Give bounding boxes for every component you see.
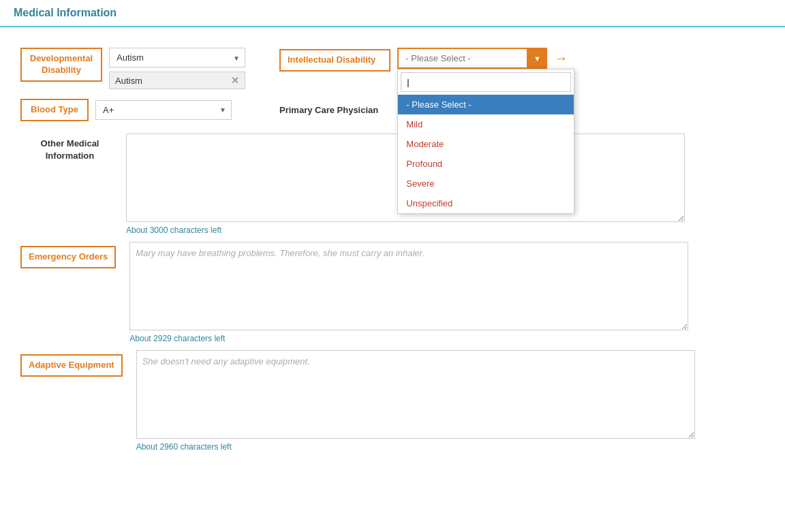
adaptive-equipment-row: Adaptive Equipment She doesn't need any … [20,350,765,452]
emergency-orders-textarea[interactable]: Mary may have breathing problems. Theref… [129,242,688,330]
other-medical-label: Other Medical Information [20,134,126,162]
dev-disability-col: Developmental Disability AutismADHDDown … [20,48,279,89]
intellectual-disability-search[interactable] [401,72,571,92]
emergency-orders-char-count: About 2929 characters left [129,334,688,343]
intellectual-disability-dropdown-container: ▼ - Please Select - Mild Moderate Profou… [397,48,547,69]
form-area: Developmental Disability AutismADHDDown … [0,41,785,468]
blood-row: Blood Type A+ A- B+ B- AB+ AB- O+ O- ▼ [20,99,765,121]
adaptive-equipment-label-wrapper: Adaptive Equipment [20,350,136,377]
primary-care-label: Primary Care Physician [279,105,388,115]
intellectual-disability-col: Intellectual Disability ▼ [279,48,765,72]
other-medical-row: Other Medical Information About 3000 cha… [20,134,765,235]
dev-disability-select-wrapper: AutismADHDDown Syndrome ▼ [109,48,245,67]
option-profound[interactable]: Profound [398,154,574,174]
dev-disability-tag: Autism ✕ [109,72,245,89]
emergency-orders-label: Emergency Orders [20,246,116,268]
other-medical-char-count: About 3000 characters left [126,225,685,235]
page-container: Medical Information Developmental Disabi… [0,0,785,532]
section-header: Medical Information [0,0,785,27]
emergency-orders-label-wrapper: Emergency Orders [20,242,129,268]
blood-type-left: Blood Type A+ A- B+ B- AB+ AB- O+ O- ▼ [20,99,279,121]
dev-disability-tag-remove[interactable]: ✕ [231,75,239,86]
option-please-select[interactable]: - Please Select - [398,95,574,114]
dev-disability-field-group: AutismADHDDown Syndrome ▼ Autism ✕ [109,48,245,89]
intellectual-disability-arrow-icon: ▼ [534,54,541,63]
intellectual-disability-dropdown-panel: - Please Select - Mild Moderate Profound… [397,69,574,214]
option-unspecified[interactable]: Unspecified [398,193,574,213]
intellectual-disability-label: Intellectual Disability [288,54,375,65]
intellectual-disability-options: - Please Select - Mild Moderate Profound… [398,95,574,213]
emergency-orders-field-group: Mary may have breathing problems. Theref… [129,242,688,343]
arrow-indicator-icon: → [554,50,568,66]
primary-care-col: Primary Care Physician [279,105,388,115]
option-moderate[interactable]: Moderate [398,134,574,154]
emergency-orders-row: Emergency Orders Mary may have breathing… [20,242,765,343]
adaptive-equipment-textarea[interactable]: She doesn't need any adaptive equipment. [136,350,695,439]
top-row-1: Developmental Disability AutismADHDDown … [20,48,765,89]
developmental-disability-label: Developmental Disability [20,48,102,82]
adaptive-equipment-char-count: About 2960 characters left [136,442,695,452]
option-severe[interactable]: Severe [398,174,574,193]
option-mild[interactable]: Mild [398,114,574,134]
intellectual-disability-arrow-btn[interactable]: ▼ [527,48,547,69]
dev-disability-select[interactable]: AutismADHDDown Syndrome [109,48,245,67]
section-title: Medical Information [14,7,117,18]
blood-type-select-wrapper: A+ A- B+ B- AB+ AB- O+ O- ▼ [95,100,232,120]
blood-type-select[interactable]: A+ A- B+ B- AB+ AB- O+ O- [95,100,232,120]
adaptive-equipment-label: Adaptive Equipment [20,354,123,377]
intellectual-disability-trigger[interactable] [397,48,547,69]
blood-type-label: Blood Type [20,99,89,121]
adaptive-equipment-field-group: She doesn't need any adaptive equipment.… [136,350,695,452]
dev-disability-tag-text: Autism [115,76,227,86]
